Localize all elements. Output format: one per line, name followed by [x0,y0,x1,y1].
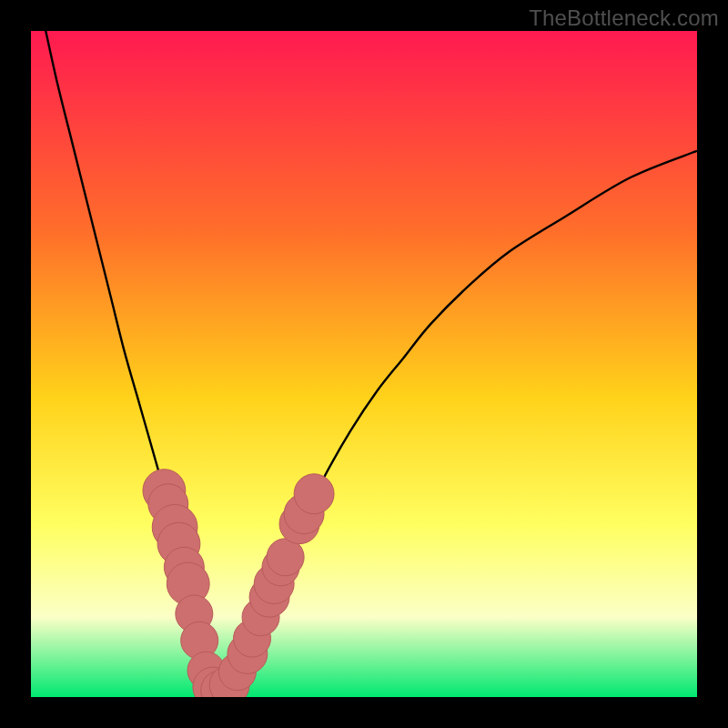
watermark-text: TheBottleneck.com [529,5,719,31]
gradient-background [31,31,697,697]
curve-marker [294,474,334,514]
chart-frame: TheBottleneck.com [0,0,728,728]
chart-plot-area [31,31,697,697]
chart-svg [31,31,697,697]
